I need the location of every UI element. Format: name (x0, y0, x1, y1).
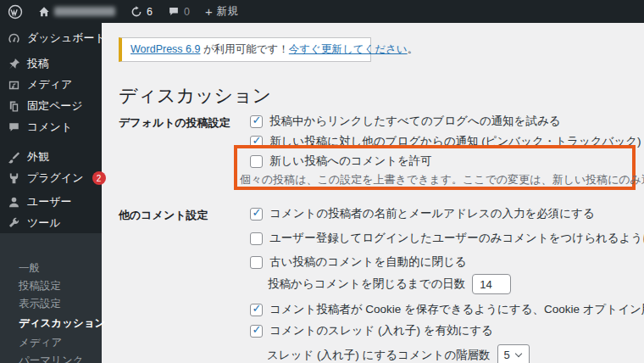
sidebar-item-label: ツール (27, 215, 61, 231)
checkbox-label: コメントの投稿者の名前とメールアドレスの入力を必須にする (269, 206, 595, 221)
sidebar-item-label: メディア (27, 77, 72, 92)
cookie-optin-checkbox[interactable] (250, 304, 263, 316)
sidebar-item-label: プラグイン (27, 170, 84, 186)
new-content-menu[interactable]: + 新規 (197, 0, 246, 23)
checkbox-label: ユーザー登録してログインしたユーザーのみコメントをつけられるようにする (269, 231, 644, 246)
comments-icon (8, 121, 20, 133)
checkbox-label: コメントのスレッド (入れ子) を有効にする (269, 323, 493, 338)
pages-icon (8, 100, 20, 113)
wordpress-logo-menu[interactable] (0, 0, 31, 23)
site-name-blurred (54, 7, 115, 16)
comment-bubble-icon (168, 6, 180, 17)
sidebar-item-label: ユーザー (27, 194, 72, 209)
wordpress-logo-icon (8, 4, 23, 20)
default-post-description: 個々の投稿は、この設定を上書きできます。ここでの変更は、新しい投稿にのみ適用され… (240, 172, 644, 187)
threaded-comments-checkbox[interactable] (250, 325, 263, 338)
setting-row: コメントの投稿者の名前とメールアドレスの入力を必須にする (250, 206, 595, 221)
registered-users-only-checkbox[interactable] (250, 232, 263, 245)
checkbox-label: 新しい投稿に対し他のブログからの通知 (ピンバック・トラックバック) を受け付け… (269, 134, 644, 149)
settings-submenu: 一般 投稿設定 表示設定 ディスカッション メディア パーマリンク (0, 233, 102, 363)
comments-count: 0 (184, 6, 190, 18)
default-post-settings-label: デフォルトの投稿設定 (119, 115, 230, 131)
updates-menu[interactable]: 6 (123, 0, 160, 23)
allow-pingbacks-checkbox[interactable] (250, 136, 263, 148)
sidebar-item-posts[interactable]: 投稿 (0, 53, 102, 75)
days-label: 投稿からコメントを閉じるまでの日数 (268, 276, 465, 292)
setting-row: コメント投稿者が Cookie を保存できるようにする、Cookie オプトイン… (250, 302, 644, 317)
submenu-item-reading[interactable]: 表示設定 (0, 295, 102, 312)
checkbox-label: 古い投稿のコメントを自動的に閉じる (269, 254, 467, 270)
close-old-comments-checkbox[interactable] (250, 256, 263, 269)
appearance-brush-icon (8, 151, 20, 164)
media-icon (8, 79, 20, 92)
require-name-email-checkbox[interactable] (250, 208, 263, 221)
setting-row: コメントのスレッド (入れ子) を有効にする (250, 323, 493, 338)
thread-depth-row: スレッド (入れ子) にするコメントの階層数 5 (267, 344, 530, 363)
selected-depth-value: 5 (504, 349, 510, 361)
sidebar-item-label: 投稿 (27, 56, 49, 71)
sidebar-item-users[interactable]: ユーザー (0, 191, 102, 213)
tools-wrench-icon (8, 217, 20, 230)
sidebar-item-dashboard[interactable]: ダッシュボード (0, 27, 102, 49)
thread-depth-select[interactable]: 5 (497, 344, 530, 363)
update-icon (130, 6, 142, 18)
notify-blogs-checkbox[interactable] (250, 115, 263, 128)
setting-row: 新しい投稿に対し他のブログからの通知 (ピンバック・トラックバック) を受け付け… (250, 134, 644, 149)
allow-comments-checkbox[interactable] (250, 155, 263, 168)
notice-text: が利用可能です！ (200, 43, 288, 55)
submenu-item-media[interactable]: メディア (0, 334, 102, 351)
wordpress-version-link[interactable]: WordPress 6.9 (130, 43, 200, 55)
sidebar-item-comments[interactable]: コメント (0, 116, 102, 138)
sidebar-item-label: 固定ページ (27, 98, 83, 114)
content-area: WordPress 6.9 が利用可能です！今すぐ更新してください。 ディスカッ… (102, 23, 644, 363)
admin-sidebar: ダッシュボード 投稿 メディア 固定ページ コメント 外観 プラ (0, 23, 102, 363)
pin-icon (8, 58, 20, 70)
home-icon (38, 6, 50, 18)
depth-label: スレッド (入れ子) にするコメントの階層数 (267, 348, 491, 363)
admin-bar: 6 0 + 新規 (0, 0, 644, 23)
setting-row: ユーザー登録してログインしたユーザーのみコメントをつけられるようにする (250, 231, 644, 246)
sidebar-item-pages[interactable]: 固定ページ (0, 95, 102, 117)
submenu-item-general[interactable]: 一般 (0, 260, 102, 276)
checkbox-label: コメント投稿者が Cookie を保存できるようにする、Cookie オプトイン… (269, 302, 644, 317)
sidebar-item-label: ダッシュボード (27, 31, 106, 46)
sidebar-item-label: コメント (27, 120, 72, 135)
submenu-item-writing[interactable]: 投稿設定 (0, 277, 102, 294)
checkbox-label: 投稿中からリンクしたすべてのブログへの通知を試みる (269, 114, 561, 129)
sidebar-item-label: 外観 (27, 149, 49, 165)
sidebar-item-tools[interactable]: ツール (0, 212, 102, 234)
notice-text-end: 。 (408, 43, 419, 55)
sidebar-item-appearance[interactable]: 外観 (0, 146, 102, 168)
page-title: ディスカッション (119, 83, 271, 109)
close-comments-days-row: 投稿からコメントを閉じるまでの日数 (268, 274, 511, 294)
days-input[interactable] (472, 274, 511, 294)
setting-row: 投稿中からリンクしたすべてのブログへの通知を試みる (250, 114, 561, 129)
plus-icon: + (205, 5, 213, 18)
submenu-item-permalinks[interactable]: パーマリンク (0, 352, 102, 363)
checkbox-label: 新しい投稿へのコメントを許可 (269, 154, 432, 169)
updates-count: 6 (147, 6, 153, 18)
sidebar-item-media[interactable]: メディア (0, 74, 102, 96)
other-comment-settings-label: 他のコメント設定 (119, 208, 208, 223)
plugins-icon (8, 172, 20, 185)
site-menu[interactable] (31, 0, 123, 23)
new-label: 新規 (217, 4, 238, 19)
update-now-link[interactable]: 今すぐ更新してください (289, 43, 408, 55)
setting-row: 新しい投稿へのコメントを許可 (250, 154, 432, 169)
chevron-down-icon (515, 350, 522, 357)
submenu-item-discussion[interactable]: ディスカッション (0, 315, 102, 332)
update-notice: WordPress 6.9 が利用可能です！今すぐ更新してください。 (119, 37, 371, 62)
dashboard-icon (8, 32, 20, 45)
setting-row: 古い投稿のコメントを自動的に閉じる (250, 254, 467, 270)
comments-menu[interactable]: 0 (160, 0, 197, 23)
users-icon (8, 196, 20, 209)
sidebar-item-plugins[interactable]: プラグイン 2 (0, 167, 102, 189)
